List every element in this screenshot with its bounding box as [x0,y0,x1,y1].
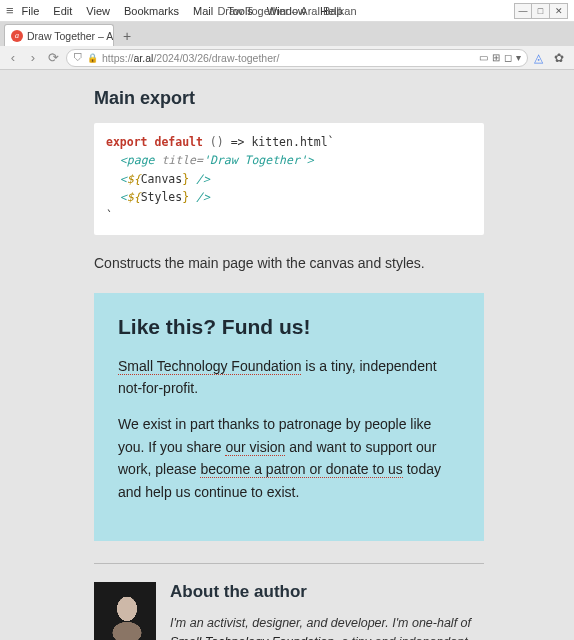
close-button[interactable]: ✕ [550,3,568,19]
fund-p2: We exist in part thanks to patronage by … [118,413,460,503]
content-scroll[interactable]: Main export export default () => kitten.… [0,70,574,640]
menu-mail[interactable]: Mail [193,5,213,17]
urlbar[interactable]: ⛉ 🔒 https://ar.al/2024/03/26/draw-togeth… [66,49,528,67]
link-about-stf[interactable]: Small Technology Foundation [170,635,334,640]
maximize-button[interactable]: □ [532,3,550,19]
reader-icon[interactable]: ▭ [479,52,488,63]
page-action-icons: ▭ ⊞ ◻ ▾ [479,52,521,63]
forward-button[interactable]: › [26,50,40,65]
chevron-down-icon[interactable]: ▾ [516,52,521,63]
separator [94,563,484,564]
url-prefix: https:// [102,52,134,64]
shield-icon[interactable]: ⛉ [73,52,83,63]
menu-edit[interactable]: Edit [53,5,72,17]
about-section: About the author I'm an activist, design… [94,582,484,640]
new-tab-button[interactable]: + [117,26,137,46]
fund-heading: Like this? Fund us! [118,315,460,339]
window-title: Draw Together – Aral Balkan [217,5,356,17]
browser-tab[interactable]: a Draw Together – Aral Balkar [4,24,114,46]
fund-p1: Small Technology Foundation is a tiny, i… [118,355,460,400]
extensions-icon[interactable]: ✿ [554,51,568,65]
menubar: ≡ File Edit View Bookmarks Mail Tools Wi… [0,0,574,22]
link-patron[interactable]: become a patron or donate to us [200,461,402,478]
window-controls: — □ ✕ [514,3,568,19]
toolbar: ‹ › ⟳ ⛉ 🔒 https://ar.al/2024/03/26/draw-… [0,46,574,70]
about-p1: I'm an activist, designer, and developer… [170,614,484,640]
reload-button[interactable]: ⟳ [46,50,60,65]
minimize-button[interactable]: — [514,3,532,19]
avatar [94,582,156,640]
back-button[interactable]: ‹ [6,50,20,65]
code-block: export default () => kitten.html` <page … [94,123,484,235]
fund-callout: Like this? Fund us! Small Technology Fou… [94,293,484,541]
bookmark-icon[interactable]: ◻ [504,52,512,63]
toolbar-icons: ◬ ✿ [534,51,568,65]
url-path: /2024/03/26/draw-together/ [153,52,279,64]
about-text: About the author I'm an activist, design… [170,582,484,640]
lock-icon[interactable]: 🔒 [87,53,98,63]
link-stf[interactable]: Small Technology Foundation [118,358,301,375]
section-heading: Main export [94,88,484,109]
favicon-icon: a [11,30,23,42]
section-description: Constructs the main page with the canvas… [94,253,484,275]
link-vision[interactable]: our vision [225,439,285,456]
menu-view[interactable]: View [86,5,110,17]
menu-bookmarks[interactable]: Bookmarks [124,5,179,17]
tab-label: Draw Together – Aral Balkar [27,30,114,42]
menu-file[interactable]: File [22,5,40,17]
tabbar: a Draw Together – Aral Balkar + [0,22,574,46]
triangle-icon[interactable]: ◬ [534,51,548,65]
qr-icon[interactable]: ⊞ [492,52,500,63]
hamburger-icon[interactable]: ≡ [6,3,14,18]
url-host: ar.al [134,52,154,64]
about-heading: About the author [170,582,484,602]
page-content: Main export export default () => kitten.… [0,70,574,640]
